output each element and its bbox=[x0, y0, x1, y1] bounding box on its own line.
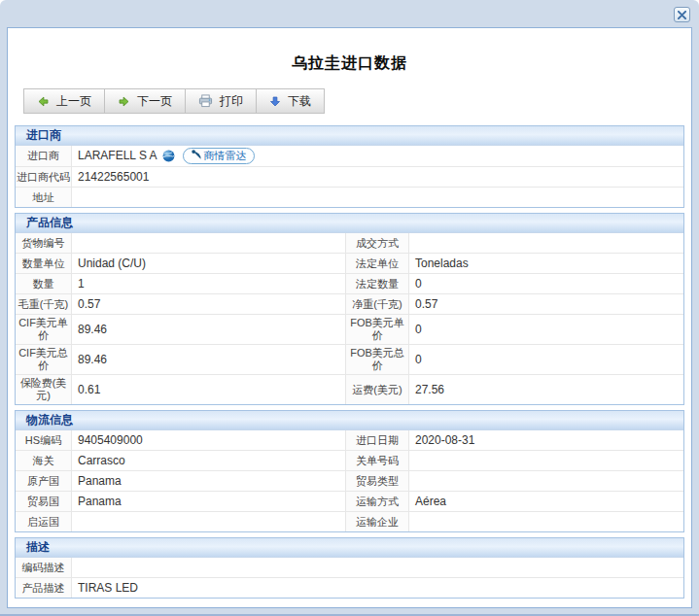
field-label: 启运国 bbox=[16, 512, 72, 531]
section-title: 物流信息 bbox=[16, 411, 683, 430]
field-value-text: Carrasco bbox=[78, 454, 125, 468]
field-label: 关单号码 bbox=[345, 451, 409, 470]
field-value bbox=[409, 471, 683, 491]
field-value-text: 0.57 bbox=[415, 297, 437, 312]
field-value: Panama bbox=[72, 492, 345, 511]
table-row: 保险费(美元)0.61运费(美元)27.56 bbox=[16, 374, 683, 404]
field-value-text: Toneladas bbox=[415, 257, 469, 271]
field-value bbox=[72, 558, 683, 577]
field-label: 进口日期 bbox=[345, 430, 409, 450]
field-label: 产品描述 bbox=[16, 578, 72, 598]
field-label-text: CIF美元单价 bbox=[17, 317, 70, 342]
section-title: 产品信息 bbox=[16, 214, 683, 233]
print-button[interactable]: 打印 bbox=[185, 88, 257, 114]
dialog-panel: 乌拉圭进口数据 上一页 下一页 打印 下载 进口商进口商LARAFELL S A… bbox=[7, 27, 692, 608]
close-button[interactable] bbox=[674, 7, 690, 22]
page-title: 乌拉圭进口数据 bbox=[8, 28, 691, 74]
table-row: 毛重(千克)0.57净重(千克)0.57 bbox=[16, 293, 683, 314]
field-value: 9405409000 bbox=[72, 430, 345, 450]
field-value-text: 89.46 bbox=[78, 323, 107, 337]
prev-page-label: 上一页 bbox=[56, 93, 91, 110]
table-row: 启运国运输企业 bbox=[16, 511, 683, 531]
close-icon bbox=[678, 11, 686, 19]
field-label-text: 运输企业 bbox=[356, 516, 399, 529]
toolbar: 上一页 下一页 打印 下载 bbox=[23, 88, 325, 114]
field-value-text: 0 bbox=[415, 353, 422, 367]
table-row: 进口商LARAFELL S A商情雷达 bbox=[16, 146, 683, 166]
dialog-window: 乌拉圭进口数据 上一页 下一页 打印 下载 进口商进口商LARAFELL S A… bbox=[0, 0, 699, 616]
field-value: Carrasco bbox=[72, 451, 345, 470]
field-value: 0.57 bbox=[72, 294, 345, 314]
field-value-text: Unidad (C/U) bbox=[78, 257, 146, 271]
field-value bbox=[409, 233, 683, 253]
field-label-text: HS编码 bbox=[25, 434, 61, 447]
field-value: 0 bbox=[409, 315, 683, 344]
table-row: 原产国Panama贸易类型 bbox=[16, 470, 683, 491]
field-value-text: 0 bbox=[415, 277, 422, 291]
section-description: 描述编码描述产品描述TIRAS LED bbox=[15, 537, 684, 599]
field-label-text: 编码描述 bbox=[22, 562, 65, 574]
field-label: HS编码 bbox=[16, 430, 72, 450]
field-value-text: 1 bbox=[78, 277, 85, 291]
field-value bbox=[409, 451, 683, 470]
field-label-text: 运输方式 bbox=[356, 496, 399, 508]
table-row: 产品描述TIRAS LED bbox=[16, 577, 683, 598]
field-label-text: 进口商代码 bbox=[17, 171, 70, 184]
field-value-text: 89.46 bbox=[78, 353, 107, 367]
field-value: Unidad (C/U) bbox=[72, 254, 345, 273]
field-value-text: Aérea bbox=[415, 495, 446, 509]
field-value bbox=[72, 233, 345, 253]
field-label: 进口商 bbox=[16, 146, 72, 166]
field-value-text: 0.57 bbox=[78, 297, 100, 312]
field-label: 法定数量 bbox=[345, 274, 409, 293]
prev-page-button[interactable]: 上一页 bbox=[23, 88, 105, 114]
field-label-text: 进口商 bbox=[27, 150, 59, 162]
field-label-text: 贸易类型 bbox=[356, 475, 399, 488]
arrow-down-icon bbox=[269, 95, 281, 108]
field-label-text: 贸易国 bbox=[27, 496, 59, 508]
field-label: 贸易类型 bbox=[345, 471, 409, 491]
field-label-text: 进口日期 bbox=[356, 434, 399, 447]
field-value: 0 bbox=[409, 274, 683, 293]
field-value: Toneladas bbox=[409, 254, 683, 273]
field-label-text: 启运国 bbox=[27, 516, 59, 529]
field-value: TIRAS LED bbox=[72, 578, 683, 598]
radar-icon bbox=[191, 149, 201, 163]
table-row: CIF美元单价89.46FOB美元单价0 bbox=[16, 314, 683, 344]
field-value-text: 0.61 bbox=[78, 383, 100, 397]
field-label-text: 货物编号 bbox=[22, 237, 65, 250]
download-label: 下载 bbox=[288, 93, 311, 110]
section-logistics: 物流信息HS编码9405409000进口日期2020-08-31海关Carras… bbox=[15, 410, 684, 532]
field-value-text: 0 bbox=[415, 323, 422, 337]
globe-icon[interactable] bbox=[162, 150, 175, 162]
field-value bbox=[409, 512, 683, 531]
detail-sections: 进口商进口商LARAFELL S A商情雷达进口商代码21422565001地址… bbox=[15, 125, 684, 599]
field-label: 贸易国 bbox=[16, 492, 72, 511]
field-value: 0.61 bbox=[72, 375, 345, 404]
field-value: 89.46 bbox=[72, 345, 345, 374]
field-value: 89.46 bbox=[72, 315, 345, 344]
field-label: 海关 bbox=[16, 451, 72, 470]
table-row: 数量单位Unidad (C/U)法定单位Toneladas bbox=[16, 253, 683, 273]
section-product: 产品信息货物编号成交方式数量单位Unidad (C/U)法定单位Tonelada… bbox=[15, 213, 684, 405]
shangqing-radar-badge[interactable]: 商情雷达 bbox=[183, 148, 255, 164]
field-label-text: 法定单位 bbox=[356, 257, 399, 270]
field-label: 货物编号 bbox=[16, 233, 72, 253]
printer-icon bbox=[198, 94, 213, 108]
field-label-text: 毛重(千克) bbox=[18, 298, 68, 311]
radar-badge-label: 商情雷达 bbox=[204, 149, 247, 163]
arrow-right-icon bbox=[118, 95, 130, 108]
download-button[interactable]: 下载 bbox=[256, 88, 325, 114]
next-page-button[interactable]: 下一页 bbox=[104, 88, 186, 114]
field-label-text: 关单号码 bbox=[356, 455, 399, 467]
field-value bbox=[72, 512, 345, 531]
table-row: 编码描述 bbox=[16, 558, 683, 577]
field-label: 原产国 bbox=[16, 471, 72, 491]
table-row: 进口商代码21422565001 bbox=[16, 166, 683, 187]
field-value-text: 9405409000 bbox=[78, 433, 143, 448]
table-row: 贸易国Panama运输方式Aérea bbox=[16, 491, 683, 511]
field-label: 数量 bbox=[16, 274, 72, 293]
field-label: 地址 bbox=[16, 188, 72, 207]
field-value: LARAFELL S A商情雷达 bbox=[72, 146, 683, 166]
section-title: 描述 bbox=[16, 538, 683, 558]
